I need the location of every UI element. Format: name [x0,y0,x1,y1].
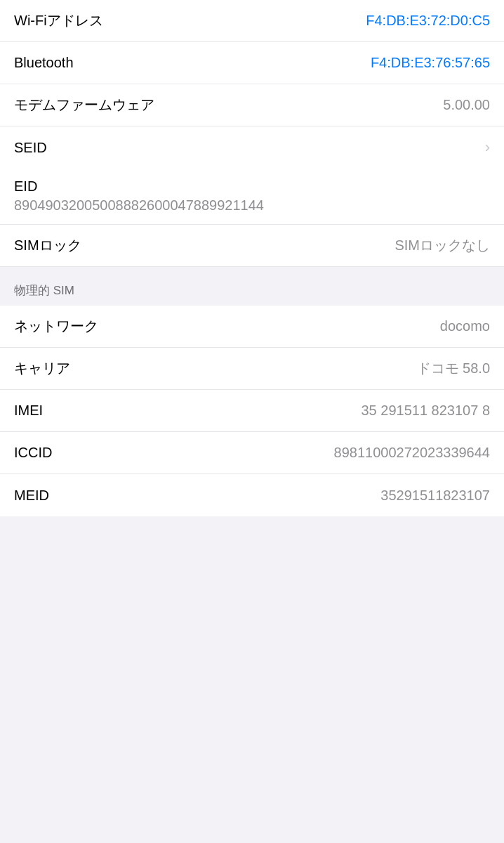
eid-row: EID 89049032005008882600047889921144 [0,169,504,225]
seid-chevron-icon: › [485,138,490,157]
sim-lock-value: SIMロックなし [394,236,490,255]
eid-value: 89049032005008882600047889921144 [14,197,264,214]
modem-firmware-row: モデムファームウェア 5.00.00 [0,84,504,126]
network-value: docomo [440,318,490,334]
carrier-row: キャリア ドコモ 58.0 [0,348,504,390]
physical-sim-section: ネットワーク docomo キャリア ドコモ 58.0 IMEI 35 2915… [0,306,504,516]
carrier-label: キャリア [14,359,70,378]
iccid-label: ICCID [14,445,52,461]
imei-value: 35 291511 823107 8 [361,403,490,419]
meid-value: 35291511823107 [380,488,490,504]
bluetooth-label: Bluetooth [14,55,74,71]
bluetooth-value: F4:DB:E3:76:57:65 [371,55,490,71]
seid-label: SEID [14,140,47,156]
seid-row[interactable]: SEID › [0,126,504,169]
modem-firmware-label: モデムファームウェア [14,96,154,115]
modem-firmware-value: 5.00.00 [443,97,490,113]
network-label: ネットワーク [14,317,98,336]
wifi-address-value: F4:DB:E3:72:D0:C5 [366,13,490,29]
network-row: ネットワーク docomo [0,306,504,348]
meid-row: MEID 35291511823107 [0,474,504,516]
imei-label: IMEI [14,403,43,419]
top-section: Wi-Fiアドレス F4:DB:E3:72:D0:C5 Bluetooth F4… [0,0,504,169]
wifi-address-label: Wi-Fiアドレス [14,11,103,30]
iccid-row: ICCID 89811000272023339644 [0,432,504,474]
sim-lock-label: SIMロック [14,236,81,255]
physical-sim-section-header: 物理的 SIM [0,267,504,306]
eid-label: EID [14,178,37,195]
wifi-address-row: Wi-Fiアドレス F4:DB:E3:72:D0:C5 [0,0,504,42]
physical-sim-section-title: 物理的 SIM [14,282,74,299]
sim-lock-row: SIMロック SIMロックなし [0,225,504,267]
meid-label: MEID [14,488,49,504]
iccid-value: 89811000272023339644 [334,445,490,461]
settings-container: Wi-Fiアドレス F4:DB:E3:72:D0:C5 Bluetooth F4… [0,0,504,516]
carrier-value: ドコモ 58.0 [417,359,490,378]
bluetooth-row: Bluetooth F4:DB:E3:76:57:65 [0,42,504,84]
imei-row: IMEI 35 291511 823107 8 [0,390,504,432]
